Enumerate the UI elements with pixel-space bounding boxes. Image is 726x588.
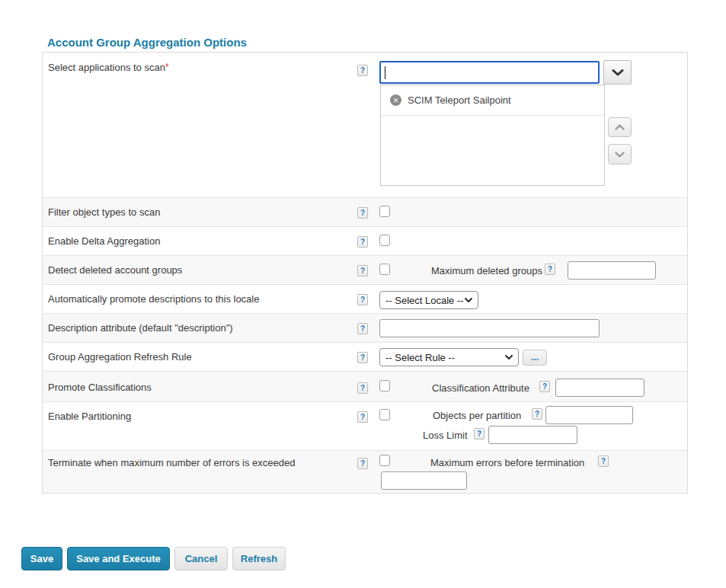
row-detect-deleted: Detect deleted account groups ? Maximum … bbox=[43, 255, 687, 284]
refresh-button[interactable]: Refresh bbox=[232, 547, 286, 570]
terminate-on-errors-checkbox[interactable] bbox=[379, 455, 390, 466]
row-label: Automatically promote descriptions to th… bbox=[48, 293, 259, 305]
help-icon[interactable]: ? bbox=[357, 352, 368, 363]
help-icon[interactable]: ? bbox=[598, 455, 609, 467]
help-icon[interactable]: ? bbox=[357, 65, 368, 76]
row-description-attribute: Description attribute (default "descript… bbox=[43, 313, 687, 342]
combobox-dropdown-button[interactable] bbox=[603, 60, 632, 85]
max-deleted-groups-input[interactable] bbox=[568, 261, 656, 280]
move-down-button[interactable] bbox=[608, 144, 632, 165]
row-label: Enable Delta Aggregation bbox=[48, 235, 160, 247]
objects-per-partition-input[interactable] bbox=[545, 406, 633, 424]
row-select-applications: Select applications to scan* ? ✕ SCIM Te… bbox=[43, 53, 687, 197]
loss-limit-input[interactable] bbox=[488, 426, 577, 444]
row-refresh-rule: Group Aggregation Refresh Rule ? -- Sele… bbox=[43, 342, 687, 371]
max-deleted-groups-label: Maximum deleted groups bbox=[431, 265, 542, 276]
chevron-down-icon bbox=[615, 152, 625, 158]
help-icon[interactable]: ? bbox=[357, 265, 368, 276]
row-promote-classifications: Promote Classifications ? Classification… bbox=[43, 371, 687, 401]
applications-combobox[interactable] bbox=[379, 61, 600, 84]
move-up-button[interactable] bbox=[608, 117, 632, 137]
options-table: Select applications to scan* ? ✕ SCIM Te… bbox=[42, 52, 688, 494]
dropdown-item-label: SCIM Teleport Sailpoint bbox=[408, 94, 511, 106]
save-and-execute-button[interactable]: Save and Execute bbox=[67, 547, 170, 570]
row-enable-partitioning: Enable Partitioning ? Objects per partit… bbox=[43, 401, 687, 450]
applications-dropdown-panel: ✕ SCIM Teleport Sailpoint bbox=[380, 85, 605, 186]
classification-attribute-input[interactable] bbox=[555, 379, 644, 397]
row-label: Enable Partitioning bbox=[48, 411, 131, 422]
row-label: Description attribute (default "descript… bbox=[48, 322, 233, 334]
help-icon[interactable]: ? bbox=[357, 294, 368, 305]
help-icon[interactable]: ? bbox=[357, 382, 368, 394]
delta-aggregation-checkbox[interactable] bbox=[379, 235, 390, 246]
row-label: Group Aggregation Refresh Rule bbox=[48, 351, 192, 363]
rule-browse-button[interactable]: ... bbox=[523, 350, 547, 366]
chevron-down-icon bbox=[612, 69, 624, 76]
row-label: Terminate when maximum number of errors … bbox=[48, 457, 295, 468]
row-terminate-on-errors: Terminate when maximum number of errors … bbox=[43, 450, 687, 493]
refresh-rule-select-value: -- Select Rule -- bbox=[385, 352, 455, 363]
page-title: Account Group Aggregation Options bbox=[47, 36, 247, 49]
refresh-rule-select[interactable]: -- Select Rule -- bbox=[379, 348, 519, 366]
help-icon[interactable]: ? bbox=[474, 428, 485, 439]
help-icon[interactable]: ? bbox=[357, 207, 368, 219]
detect-deleted-checkbox[interactable] bbox=[379, 264, 390, 275]
row-promote-locale: Automatically promote descriptions to th… bbox=[43, 284, 687, 313]
max-errors-label: Maximum errors before termination bbox=[430, 457, 584, 468]
save-button[interactable]: Save bbox=[21, 547, 62, 570]
filter-object-types-checkbox[interactable] bbox=[379, 206, 390, 217]
row-label: Select applications to scan* bbox=[48, 62, 169, 73]
row-label: Detect deleted account groups bbox=[48, 264, 182, 276]
row-filter-object-types: Filter object types to scan ? bbox=[43, 197, 687, 226]
chevron-down-icon bbox=[505, 355, 513, 360]
help-icon[interactable]: ? bbox=[357, 236, 368, 248]
cancel-button[interactable]: Cancel bbox=[174, 547, 228, 570]
account-group-aggregation-page: Account Group Aggregation Options Select… bbox=[0, 0, 726, 588]
chevron-up-icon bbox=[615, 124, 625, 130]
locale-select[interactable]: -- Select Locale -- bbox=[379, 291, 478, 309]
row-label: Promote Classifications bbox=[48, 382, 152, 393]
text-caret bbox=[385, 66, 385, 79]
promote-classifications-checkbox[interactable] bbox=[379, 380, 390, 391]
x-circle-icon[interactable]: ✕ bbox=[390, 94, 401, 106]
dropdown-item-selected[interactable]: ✕ SCIM Teleport Sailpoint bbox=[381, 85, 604, 116]
objects-per-partition-label: Objects per partition bbox=[433, 410, 521, 421]
help-icon[interactable]: ? bbox=[545, 264, 555, 275]
description-attribute-input[interactable] bbox=[379, 319, 600, 337]
loss-limit-label: Loss Limit bbox=[423, 430, 468, 441]
required-marker: * bbox=[165, 62, 169, 72]
help-icon[interactable]: ? bbox=[357, 411, 368, 423]
row-label: Filter object types to scan bbox=[48, 206, 160, 218]
help-icon[interactable]: ? bbox=[532, 408, 542, 420]
help-icon[interactable]: ? bbox=[539, 381, 550, 392]
row-enable-delta: Enable Delta Aggregation ? bbox=[43, 226, 687, 255]
enable-partitioning-checkbox[interactable] bbox=[379, 409, 390, 420]
classification-attribute-label: Classification Attribute bbox=[432, 382, 529, 394]
locale-select-value: -- Select Locale -- bbox=[385, 295, 464, 306]
max-errors-input[interactable] bbox=[381, 471, 467, 490]
chevron-down-icon bbox=[465, 298, 472, 302]
help-icon[interactable]: ? bbox=[357, 458, 368, 469]
help-icon[interactable]: ? bbox=[357, 323, 368, 334]
